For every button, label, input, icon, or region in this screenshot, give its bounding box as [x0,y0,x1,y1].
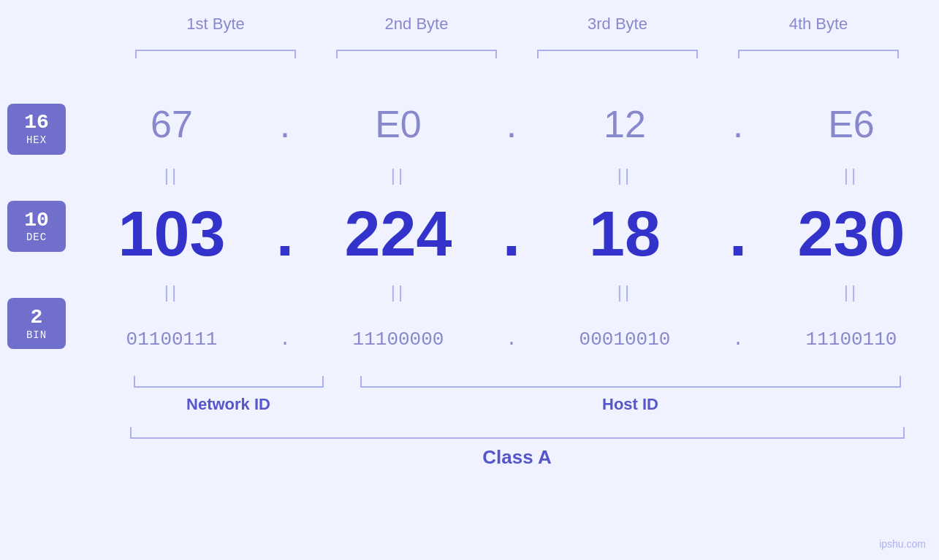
bin-val-4: 11100110 [753,329,939,350]
col-header-2: 2nd Byte [316,15,517,38]
dec-row: 103 . 224 . 18 . 230 [73,190,939,277]
host-bracket [360,376,901,388]
col-header-4: 4th Byte [718,15,919,38]
network-bracket [134,376,324,388]
dot-dec-1: . [270,196,300,271]
class-bracket [130,427,905,439]
col-header-1: 1st Byte [115,15,316,38]
dec-val-3: 18 [526,196,723,271]
dec-val-4: 230 [753,196,939,271]
bracket-3 [517,44,718,58]
col-header-3: 3rd Byte [517,15,718,38]
values-area: 67 . E0 . 12 . E6 || || || || 103 [73,80,939,372]
content-area: 16 HEX 10 DEC 2 BIN 67 . E0 . 12 . E6 [0,80,939,372]
dot-hex-2: . [497,102,526,146]
equal-6: || [300,282,497,302]
network-id-label: Network ID [186,395,270,414]
class-label: Class A [482,446,551,469]
equal-3: || [526,165,723,185]
hex-val-1: 67 [73,102,270,146]
network-host-row: Network ID Host ID [115,376,919,414]
equal-1: || [73,165,270,185]
hex-badge: 16 HEX [7,104,66,155]
hex-row: 67 . E0 . 12 . E6 [73,88,939,161]
bracket-4 [718,44,919,58]
bin-val-1: 01100111 [73,329,270,350]
bin-val-3: 00010010 [526,329,723,350]
hex-val-3: 12 [526,102,723,146]
watermark: ipshu.com [879,538,926,550]
dot-bin-1: . [270,329,300,350]
dec-val-2: 224 [300,196,497,271]
dot-dec-3: . [723,196,753,271]
network-id-section: Network ID [115,376,342,414]
dot-dec-2: . [497,196,526,271]
hex-val-2: E0 [300,102,497,146]
main-container: 1st Byte 2nd Byte 3rd Byte 4th Byte 16 H… [0,0,939,560]
dot-hex-1: . [270,102,300,146]
header-row: 1st Byte 2nd Byte 3rd Byte 4th Byte [115,15,919,38]
bin-row: 01100111 . 11100000 . 00010010 . 1110011… [73,307,939,372]
dec-badge: 10 DEC [7,201,66,252]
equal-row-1: || || || || [73,161,939,190]
equal-2: || [300,165,497,185]
labels-column: 16 HEX 10 DEC 2 BIN [0,80,73,372]
equal-row-2: || || || || [73,277,939,307]
dot-hex-3: . [723,102,753,146]
dot-bin-2: . [497,329,526,350]
equal-8: || [753,282,939,302]
equal-4: || [753,165,939,185]
dot-bin-3: . [723,329,753,350]
bracket-2 [316,44,517,58]
bin-val-2: 11100000 [300,329,497,350]
hex-val-4: E6 [753,102,939,146]
bracket-1 [115,44,316,58]
equal-7: || [526,282,723,302]
equal-5: || [73,282,270,302]
host-id-section: Host ID [342,376,919,414]
bin-badge: 2 BIN [7,298,66,349]
host-id-label: Host ID [602,395,658,414]
class-row: Class A [115,427,919,469]
top-bracket-row [115,44,919,58]
dec-val-1: 103 [73,196,270,271]
